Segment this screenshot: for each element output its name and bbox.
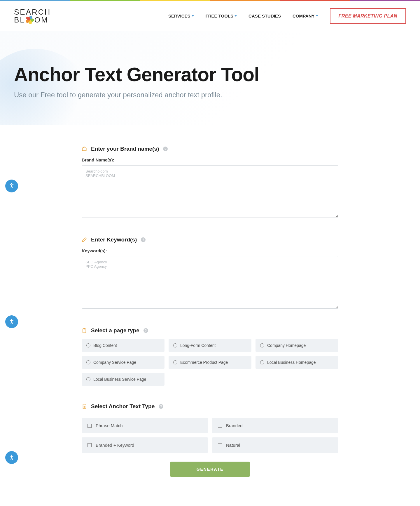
help-icon[interactable]: ?: [159, 404, 163, 409]
checkbox-icon: [218, 424, 222, 428]
form-container: Enter your Brand name(s) ? Brand Name(s)…: [76, 146, 344, 477]
option-label: Long-Form Content: [180, 343, 216, 348]
hero: Anchor Text Generator Tool Use our Free …: [0, 31, 420, 125]
option-label: Company Service Page: [93, 360, 136, 365]
keywords-input[interactable]: [82, 256, 338, 309]
nav-company[interactable]: COMPANY: [293, 13, 318, 18]
option-label: Phrase Match: [96, 423, 123, 428]
keywords-heading: Enter Keyword(s): [91, 237, 137, 243]
anchor-heading: Select Anchor Text Type: [91, 403, 155, 410]
svg-rect-0: [82, 148, 86, 151]
pagetype-option[interactable]: Company Service Page: [82, 356, 164, 369]
option-label: Local Business Service Page: [93, 377, 146, 382]
anchor-option[interactable]: Branded + Keyword: [82, 437, 208, 453]
option-label: Blog Content: [93, 343, 117, 348]
help-icon[interactable]: ?: [163, 147, 168, 151]
logo-text-om: OM: [34, 16, 48, 24]
brand-heading: Enter your Brand name(s): [91, 146, 159, 152]
radio-icon: [260, 343, 264, 347]
pagetype-section: Select a page type ? Blog ContentLong-Fo…: [82, 327, 338, 386]
clipboard-icon: [82, 328, 87, 333]
pencil-icon: [82, 237, 87, 242]
anchor-option[interactable]: Branded: [212, 418, 338, 433]
help-icon[interactable]: ?: [144, 328, 148, 333]
anchor-section: Select Anchor Text Type ? Phrase MatchBr…: [82, 403, 338, 453]
top-rainbow-bar: [0, 0, 420, 1]
brand-section: Enter your Brand name(s) ? Brand Name(s)…: [82, 146, 338, 219]
pagetype-heading: Select a page type: [91, 327, 139, 334]
nav-case-studies[interactable]: CASE STUDIES: [249, 13, 281, 18]
generate-button[interactable]: GENERATE: [170, 462, 250, 477]
radio-icon: [173, 343, 177, 347]
pagetype-option[interactable]: Blog Content: [82, 339, 164, 352]
document-icon: [82, 404, 87, 409]
logo-text-top: SEARCH: [14, 8, 51, 16]
brand-input[interactable]: [82, 165, 338, 218]
briefcase-icon: [82, 146, 87, 152]
pagetype-option[interactable]: Company Homepage: [256, 339, 338, 352]
flower-icon: [26, 16, 34, 24]
pagetype-option[interactable]: Long-Form Content: [169, 339, 251, 352]
radio-icon: [86, 343, 90, 347]
radio-icon: [173, 360, 177, 364]
radio-icon: [260, 360, 264, 364]
svg-point-6: [11, 319, 12, 320]
keywords-label: Keyword(s):: [82, 248, 338, 253]
option-label: Natural: [226, 443, 240, 448]
logo[interactable]: SEARCH BL OM: [14, 8, 51, 24]
option-label: Company Homepage: [267, 343, 306, 348]
checkbox-icon: [88, 443, 92, 447]
page-subtitle: Use our Free tool to generate your perso…: [14, 91, 406, 99]
checkbox-icon: [88, 424, 92, 428]
option-label: Local Business Homepage: [267, 360, 316, 365]
logo-text-bl: BL: [14, 16, 25, 24]
radio-icon: [86, 377, 90, 381]
chevron-down-icon: [316, 15, 318, 17]
accessibility-button[interactable]: [5, 315, 18, 328]
main-nav: SERVICES FREE TOOLS CASE STUDIES COMPANY: [168, 13, 318, 18]
nav-free-tools[interactable]: FREE TOOLS: [206, 13, 237, 18]
option-label: Ecommerce Product Page: [180, 360, 228, 365]
keywords-section: Enter Keyword(s) ? Keyword(s):: [82, 237, 338, 310]
site-header: SEARCH BL OM SERVICES FREE TOOLS CASE ST…: [0, 1, 420, 31]
help-icon[interactable]: ?: [141, 237, 146, 242]
anchor-option[interactable]: Phrase Match: [82, 418, 208, 433]
brand-label: Brand Name(s):: [82, 157, 338, 162]
chevron-down-icon: [235, 15, 237, 17]
page-title: Anchor Text Generator Tool: [14, 63, 406, 86]
free-marketing-plan-button[interactable]: FREE MARKETING PLAN: [330, 8, 406, 24]
nav-services[interactable]: SERVICES: [168, 13, 194, 18]
pagetype-option[interactable]: Ecommerce Product Page: [169, 356, 251, 369]
svg-point-5: [11, 183, 12, 184]
option-label: Branded: [226, 423, 243, 428]
accessibility-button[interactable]: [5, 451, 18, 464]
checkbox-icon: [218, 443, 222, 447]
radio-icon: [86, 360, 90, 364]
pagetype-option[interactable]: Local Business Homepage: [256, 356, 338, 369]
option-label: Branded + Keyword: [96, 443, 134, 448]
svg-point-7: [11, 455, 12, 456]
chevron-down-icon: [192, 15, 194, 17]
anchor-option[interactable]: Natural: [212, 437, 338, 453]
accessibility-button[interactable]: [5, 180, 18, 192]
pagetype-option[interactable]: Local Business Service Page: [82, 373, 164, 386]
